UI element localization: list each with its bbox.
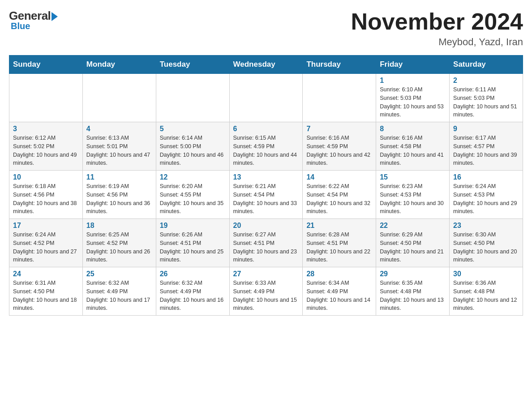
day-number: 12 [160,173,226,181]
day-info: Sunrise: 6:16 AMSunset: 4:58 PMDaylight:… [380,134,446,167]
day-info: Sunrise: 6:34 AMSunset: 4:49 PMDaylight:… [306,279,372,313]
day-number: 24 [13,270,79,278]
column-header-sunday: Sunday [9,56,83,74]
day-info: Sunrise: 6:24 AMSunset: 4:53 PMDaylight:… [453,182,519,216]
month-year-title: November 2024 [351,9,523,34]
calendar-cell [9,74,83,122]
calendar-cell: 3Sunrise: 6:12 AMSunset: 5:02 PMDaylight… [9,122,83,171]
day-info: Sunrise: 6:11 AMSunset: 5:03 PMDaylight:… [453,86,519,119]
day-info: Sunrise: 6:10 AMSunset: 5:03 PMDaylight:… [380,86,446,119]
day-number: 9 [453,125,519,133]
calendar-cell: 18Sunrise: 6:25 AMSunset: 4:52 PMDayligh… [82,219,156,267]
day-number: 21 [306,222,372,230]
day-info: Sunrise: 6:32 AMSunset: 4:49 PMDaylight:… [86,279,152,313]
day-info: Sunrise: 6:36 AMSunset: 4:48 PMDaylight:… [453,279,519,313]
day-number: 4 [86,125,152,133]
day-number: 28 [306,270,372,278]
day-number: 8 [380,125,446,133]
day-number: 22 [380,222,446,230]
calendar-cell: 23Sunrise: 6:30 AMSunset: 4:50 PMDayligh… [450,219,523,267]
calendar-cell: 16Sunrise: 6:24 AMSunset: 4:53 PMDayligh… [450,171,523,219]
day-number: 7 [306,125,372,133]
calendar-cell [229,74,303,122]
day-number: 17 [13,222,79,230]
day-info: Sunrise: 6:33 AMSunset: 4:49 PMDaylight:… [233,279,299,313]
calendar-cell: 5Sunrise: 6:14 AMSunset: 5:00 PMDaylight… [156,122,229,171]
calendar-cell: 12Sunrise: 6:20 AMSunset: 4:55 PMDayligh… [156,171,229,219]
day-number: 10 [13,173,79,181]
calendar-cell [156,74,229,122]
day-info: Sunrise: 6:21 AMSunset: 4:54 PMDaylight:… [233,182,299,216]
calendar-cell: 25Sunrise: 6:32 AMSunset: 4:49 PMDayligh… [82,267,156,316]
calendar-cell: 9Sunrise: 6:17 AMSunset: 4:57 PMDaylight… [450,122,523,171]
day-number: 26 [160,270,226,278]
calendar-cell [82,74,156,122]
day-info: Sunrise: 6:29 AMSunset: 4:50 PMDaylight:… [380,231,446,264]
day-number: 2 [453,77,519,85]
calendar-cell: 28Sunrise: 6:34 AMSunset: 4:49 PMDayligh… [303,267,376,316]
calendar-cell: 26Sunrise: 6:32 AMSunset: 4:49 PMDayligh… [156,267,229,316]
day-info: Sunrise: 6:30 AMSunset: 4:50 PMDaylight:… [453,231,519,264]
day-info: Sunrise: 6:16 AMSunset: 4:59 PMDaylight:… [306,134,372,167]
calendar-cell: 29Sunrise: 6:35 AMSunset: 4:48 PMDayligh… [376,267,450,316]
day-info: Sunrise: 6:31 AMSunset: 4:50 PMDaylight:… [13,279,79,313]
day-info: Sunrise: 6:18 AMSunset: 4:56 PMDaylight:… [13,182,79,216]
logo: General Blue [9,9,58,31]
day-number: 14 [306,173,372,181]
day-info: Sunrise: 6:14 AMSunset: 5:00 PMDaylight:… [160,134,226,167]
day-number: 30 [453,270,519,278]
day-number: 3 [13,125,79,133]
title-area: November 2024 Meybod, Yazd, Iran [351,9,523,48]
day-number: 16 [453,173,519,181]
day-info: Sunrise: 6:17 AMSunset: 4:57 PMDaylight:… [453,134,519,167]
day-number: 27 [233,270,299,278]
day-number: 20 [233,222,299,230]
column-header-saturday: Saturday [450,56,523,74]
day-info: Sunrise: 6:23 AMSunset: 4:53 PMDaylight:… [380,182,446,216]
calendar-cell: 24Sunrise: 6:31 AMSunset: 4:50 PMDayligh… [9,267,83,316]
calendar-cell: 2Sunrise: 6:11 AMSunset: 5:03 PMDaylight… [450,74,523,122]
calendar-cell: 10Sunrise: 6:18 AMSunset: 4:56 PMDayligh… [9,171,83,219]
calendar-cell: 13Sunrise: 6:21 AMSunset: 4:54 PMDayligh… [229,171,303,219]
calendar-table: SundayMondayTuesdayWednesdayThursdayFrid… [9,55,523,316]
day-number: 13 [233,173,299,181]
day-number: 6 [233,125,299,133]
day-number: 19 [160,222,226,230]
calendar-week-row: 1Sunrise: 6:10 AMSunset: 5:03 PMDaylight… [9,74,523,122]
day-info: Sunrise: 6:22 AMSunset: 4:54 PMDaylight:… [306,182,372,216]
day-number: 25 [86,270,152,278]
calendar-cell: 1Sunrise: 6:10 AMSunset: 5:03 PMDaylight… [376,74,450,122]
day-info: Sunrise: 6:19 AMSunset: 4:56 PMDaylight:… [86,182,152,216]
day-info: Sunrise: 6:27 AMSunset: 4:51 PMDaylight:… [233,231,299,264]
calendar-week-row: 24Sunrise: 6:31 AMSunset: 4:50 PMDayligh… [9,267,523,316]
location-title: Meybod, Yazd, Iran [351,36,523,48]
column-header-friday: Friday [376,56,450,74]
day-number: 1 [380,77,446,85]
calendar-cell: 8Sunrise: 6:16 AMSunset: 4:58 PMDaylight… [376,122,450,171]
day-info: Sunrise: 6:24 AMSunset: 4:52 PMDaylight:… [13,231,79,264]
day-number: 5 [160,125,226,133]
column-header-thursday: Thursday [303,56,376,74]
calendar-cell: 6Sunrise: 6:15 AMSunset: 4:59 PMDaylight… [229,122,303,171]
calendar-week-row: 17Sunrise: 6:24 AMSunset: 4:52 PMDayligh… [9,219,523,267]
column-header-monday: Monday [82,56,156,74]
day-number: 29 [380,270,446,278]
logo-blue-text: Blue [9,21,30,31]
calendar-header-row: SundayMondayTuesdayWednesdayThursdayFrid… [9,56,523,74]
calendar-cell [303,74,376,122]
day-info: Sunrise: 6:20 AMSunset: 4:55 PMDaylight:… [160,182,226,216]
day-info: Sunrise: 6:28 AMSunset: 4:51 PMDaylight:… [306,231,372,264]
day-number: 11 [86,173,152,181]
calendar-cell: 30Sunrise: 6:36 AMSunset: 4:48 PMDayligh… [450,267,523,316]
day-info: Sunrise: 6:32 AMSunset: 4:49 PMDaylight:… [160,279,226,313]
day-number: 23 [453,222,519,230]
day-number: 15 [380,173,446,181]
calendar-week-row: 3Sunrise: 6:12 AMSunset: 5:02 PMDaylight… [9,122,523,171]
calendar-cell: 14Sunrise: 6:22 AMSunset: 4:54 PMDayligh… [303,171,376,219]
day-info: Sunrise: 6:12 AMSunset: 5:02 PMDaylight:… [13,134,79,167]
day-number: 18 [86,222,152,230]
day-info: Sunrise: 6:25 AMSunset: 4:52 PMDaylight:… [86,231,152,264]
calendar-week-row: 10Sunrise: 6:18 AMSunset: 4:56 PMDayligh… [9,171,523,219]
calendar-cell: 21Sunrise: 6:28 AMSunset: 4:51 PMDayligh… [303,219,376,267]
calendar-cell: 20Sunrise: 6:27 AMSunset: 4:51 PMDayligh… [229,219,303,267]
